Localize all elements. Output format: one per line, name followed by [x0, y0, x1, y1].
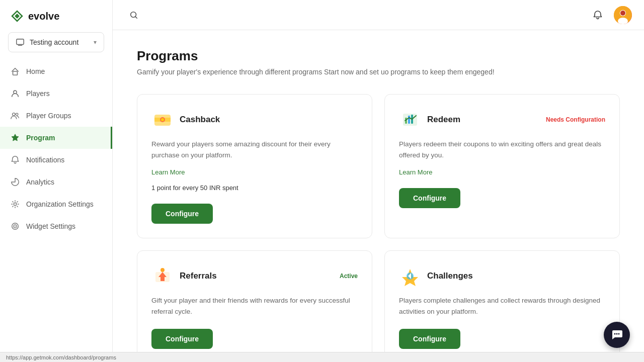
account-selector[interactable]: Testing account ▾: [8, 32, 104, 52]
svg-point-8: [15, 226, 16, 227]
app-name: evolve: [28, 11, 59, 22]
svg-point-4: [16, 113, 18, 116]
programs-grid: Cashback Reward your players some amazin…: [137, 94, 620, 362]
page-title: Programs: [137, 48, 620, 64]
settings-icon: [10, 199, 20, 209]
sidebar-label-program: Program: [26, 134, 55, 142]
sidebar-item-org-settings[interactable]: Organization Settings: [0, 193, 112, 215]
person-icon: [10, 88, 20, 99]
svg-rect-1: [13, 71, 18, 75]
referrals-active-badge: Active: [340, 273, 358, 280]
sidebar: evolve Testing account ▾ Home Players: [0, 0, 113, 362]
svg-point-3: [13, 113, 15, 116]
sidebar-label-notifications: Notifications: [26, 156, 64, 164]
challenges-title-row: Challenges: [399, 265, 473, 287]
redeem-configure-button[interactable]: Configure: [399, 188, 460, 208]
bell-icon: [10, 155, 20, 165]
svg-point-28: [618, 333, 620, 335]
referrals-icon: [151, 265, 174, 287]
bell-topbar-icon: [593, 10, 603, 20]
challenges-title: Challenges: [427, 271, 473, 281]
cashback-configure-button[interactable]: Configure: [151, 204, 213, 224]
main-content: Programs Gamify your player's experience…: [113, 0, 644, 362]
search-icon: [129, 11, 138, 20]
chat-icon: [610, 328, 623, 341]
referrals-title: Referrals: [180, 271, 217, 281]
referrals-card-header: Referrals Active: [151, 265, 358, 287]
svg-point-23: [160, 268, 165, 272]
sidebar-label-analytics: Analytics: [26, 178, 54, 186]
sidebar-item-player-groups[interactable]: Player Groups: [0, 105, 112, 127]
challenges-card: Challenges Players complete challenges a…: [384, 250, 620, 362]
cashback-learn-more[interactable]: Learn More: [151, 168, 358, 176]
cashback-title-row: Cashback: [151, 109, 220, 131]
group-icon: [10, 111, 20, 121]
redeem-title: Redeem: [427, 115, 460, 125]
referrals-configure-button[interactable]: Configure: [151, 329, 213, 349]
sidebar-label-players: Players: [26, 89, 50, 98]
cashback-description: Reward your players some amazing discoun…: [151, 139, 358, 160]
challenges-description: Players complete challenges and collect …: [399, 295, 605, 317]
sidebar-label-widget-settings: Widget Settings: [26, 222, 75, 230]
cashback-card-header: Cashback: [151, 109, 358, 131]
radio-icon: [10, 221, 20, 231]
notifications-bell[interactable]: [589, 6, 607, 24]
redeem-card-header: Redeem Needs Configuration: [399, 109, 605, 131]
challenges-configure-button[interactable]: Configure: [399, 329, 460, 349]
topbar-left: [125, 6, 143, 24]
svg-point-26: [614, 333, 616, 335]
sidebar-item-notifications[interactable]: Notifications: [0, 149, 112, 171]
cashback-title: Cashback: [180, 115, 220, 125]
topbar-right: [589, 6, 632, 24]
star-icon: [10, 133, 20, 143]
status-bar: https://app.getmok.com/dashboard/program…: [0, 352, 644, 362]
referrals-description: Gift your player and their friends with …: [151, 295, 358, 317]
redeem-needs-config-badge: Needs Configuration: [546, 116, 605, 123]
sidebar-nav: Home Players Player Groups Program: [0, 60, 112, 237]
svg-rect-20: [408, 116, 410, 124]
logo[interactable]: evolve: [0, 0, 112, 32]
topbar: [113, 0, 644, 30]
referrals-card: Referrals Active Gift your player and th…: [137, 250, 372, 362]
sidebar-item-players[interactable]: Players: [0, 82, 112, 105]
redeem-card: Redeem Needs Configuration Players redee…: [384, 94, 620, 238]
page-subtitle: Gamify your player's experience through …: [137, 68, 620, 76]
svg-point-17: [161, 118, 164, 121]
redeem-learn-more[interactable]: Learn More: [399, 168, 605, 176]
redeem-icon: [399, 109, 421, 131]
user-avatar[interactable]: [614, 6, 632, 24]
sidebar-label-org-settings: Organization Settings: [26, 200, 94, 208]
sidebar-item-analytics[interactable]: Analytics: [0, 171, 112, 193]
sidebar-label-player-groups: Player Groups: [26, 112, 71, 120]
logo-icon: [10, 9, 24, 23]
chat-fab[interactable]: [604, 322, 630, 348]
svg-rect-0: [17, 39, 24, 45]
account-icon: [16, 38, 25, 47]
account-name: Testing account: [30, 38, 89, 46]
sidebar-item-home[interactable]: Home: [0, 60, 112, 82]
home-icon: [10, 66, 20, 76]
page-content: Programs Gamify your player's experience…: [113, 30, 644, 362]
referrals-title-row: Referrals: [151, 265, 217, 287]
chevron-down-icon: ▾: [94, 39, 97, 46]
pie-chart-icon: [10, 177, 20, 187]
avatar-image: [614, 6, 632, 24]
sidebar-item-program[interactable]: Program: [0, 127, 112, 149]
status-url: https://app.getmok.com/dashboard/program…: [6, 354, 116, 360]
cashback-meta: 1 point for every 50 INR spent: [151, 184, 358, 192]
cashback-icon: [151, 109, 174, 131]
redeem-title-row: Redeem: [399, 109, 460, 131]
svg-point-27: [616, 333, 618, 335]
challenges-card-header: Challenges: [399, 265, 605, 287]
redeem-description: Players redeem their coupons to win exci…: [399, 139, 605, 160]
challenges-icon: [399, 265, 421, 287]
sidebar-item-widget-settings[interactable]: Widget Settings: [0, 215, 112, 237]
cashback-card: Cashback Reward your players some amazin…: [137, 94, 372, 238]
search-button[interactable]: [125, 6, 143, 24]
svg-point-5: [14, 203, 16, 205]
sidebar-label-home: Home: [26, 67, 45, 75]
